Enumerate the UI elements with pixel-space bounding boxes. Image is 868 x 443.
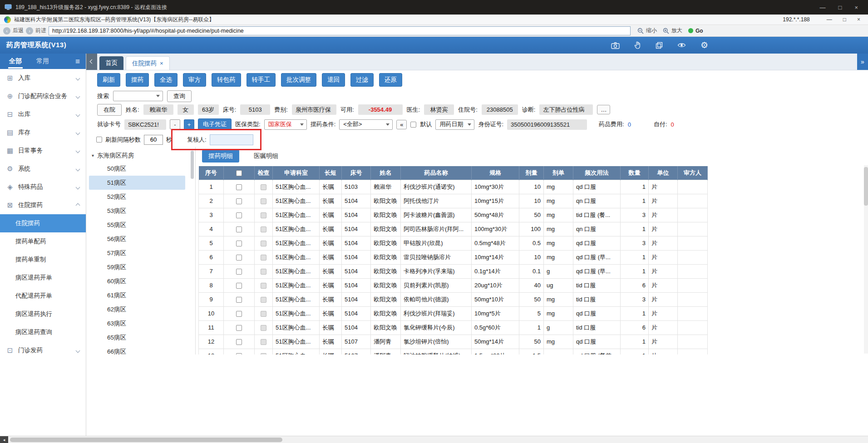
ward-item[interactable]: 65病区 — [89, 330, 185, 345]
row-checkbox[interactable] — [236, 353, 242, 354]
toolbar-button[interactable]: 过滤 — [350, 73, 374, 87]
page-tab[interactable]: 住院摆药 × — [126, 56, 170, 70]
sidebar-item[interactable]: ⚙ 系统 — [0, 160, 86, 178]
ward-item[interactable]: 66病区 — [89, 345, 185, 354]
select-all-checkbox[interactable] — [236, 170, 242, 176]
browser-close-button[interactable]: × — [857, 16, 860, 23]
row-checkbox[interactable] — [236, 255, 242, 261]
column-header[interactable]: 规格 — [472, 166, 519, 180]
tree-scrollbar[interactable] — [191, 151, 194, 350]
column-header[interactable]: 审方人 — [678, 166, 708, 180]
table-row[interactable]: 13 51区胸心血... 长嘱 5107 潘阿青 吲达帕胺缓释片(纳维) 1.5… — [199, 349, 708, 354]
column-header[interactable]: 序号 — [199, 166, 224, 180]
rdp-close-button[interactable]: × — [854, 4, 858, 11]
ward-tree-root[interactable]: ▾ 东海病区药房 — [86, 149, 195, 162]
column-header[interactable]: 姓名 — [371, 166, 401, 180]
ward-item[interactable]: 52病区 — [89, 190, 185, 204]
tree-scroll-thumb[interactable] — [191, 151, 194, 179]
toolbar-button[interactable]: 批次调整 — [281, 73, 316, 87]
row-checkbox[interactable] — [236, 339, 242, 345]
interval-input[interactable] — [144, 135, 163, 145]
page-tab[interactable]: 首页 — [99, 56, 123, 70]
column-header[interactable]: 剂单 — [544, 166, 573, 180]
minus-button[interactable]: - — [170, 119, 180, 129]
sidebar-tab[interactable]: 常用 — [35, 54, 50, 69]
sidebar-tab[interactable]: 全部 — [8, 54, 23, 69]
ward-item[interactable]: 51病区 — [89, 176, 185, 190]
horizontal-scrollbar[interactable]: ◂ — [0, 436, 868, 443]
insurance-type-select[interactable]: 国家医保 — [264, 119, 307, 130]
reviewer-input[interactable] — [210, 134, 253, 145]
toolbar-button[interactable]: 刷新 — [97, 73, 120, 87]
settings-gear-icon[interactable]: ⚙ — [700, 41, 708, 49]
date-type-select[interactable]: 用药日期 — [435, 119, 474, 130]
scroll-left-button[interactable]: ◂ — [0, 436, 8, 443]
table-row[interactable]: 6 51区胸心血... 长嘱 5104 欧阳文唤 雷贝拉唑钠肠溶片 10mg*1… — [199, 250, 708, 264]
detail-tab[interactable]: 医嘱明细 — [247, 150, 285, 162]
menu-icon[interactable]: ≡ — [75, 58, 80, 65]
table-row[interactable]: 8 51区胸心血... 长嘱 5104 欧阳文唤 贝前列素片(凯那) 20ug*… — [199, 278, 708, 292]
rdp-minimize-button[interactable]: — — [820, 4, 826, 11]
inpatient-status-button[interactable]: 在院 — [97, 104, 122, 116]
detail-tab[interactable]: 摆药明细 — [202, 150, 239, 162]
plus-button[interactable]: + — [184, 119, 194, 129]
row-checkbox[interactable] — [236, 297, 242, 303]
address-bar[interactable] — [49, 26, 631, 35]
back-label[interactable]: 后退 — [13, 27, 24, 34]
table-row[interactable]: 10 51区胸心血... 长嘱 5104 欧阳文唤 利伐沙班片(拜瑞妥) 10m… — [199, 306, 708, 320]
column-header[interactable]: 剂量 — [519, 166, 544, 180]
ward-item[interactable]: 62病区 — [89, 302, 185, 316]
grid-scroll-thumb[interactable] — [864, 167, 868, 206]
row-checkbox[interactable] — [236, 241, 242, 246]
table-row[interactable]: 12 51区胸心血... 长嘱 5107 潘阿青 氯沙坦钾片(倍怡) 50mg*… — [199, 335, 708, 349]
diagnosis-more-button[interactable]: … — [597, 105, 610, 114]
query-button[interactable]: 查询 — [167, 90, 192, 102]
table-row[interactable]: 1 51区胸心血... 长嘱 5103 赖淑华 利伐沙班片(通诺安) 10mg*… — [199, 180, 708, 194]
toolbar-button[interactable]: 摆药 — [126, 73, 149, 87]
zoom-out-icon[interactable] — [637, 28, 644, 34]
ward-item[interactable]: 56病区 — [89, 232, 185, 246]
ward-item[interactable]: 60病区 — [89, 274, 185, 288]
sidebar-subitem[interactable]: 住院摆药 — [0, 214, 86, 232]
toolbar-button[interactable]: 还原 — [379, 73, 402, 87]
row-checkbox[interactable] — [236, 311, 242, 317]
ward-item[interactable]: 53病区 — [89, 204, 185, 218]
browser-restore-button[interactable]: □ — [843, 16, 846, 23]
sidebar-item[interactable]: ⊟ 出库 — [0, 105, 86, 123]
column-header[interactable]: 单位 — [649, 166, 678, 180]
table-row[interactable]: 5 51区胸心血... 长嘱 5104 欧阳文唤 甲钴胺片(欣昆) 0.5mg*… — [199, 236, 708, 250]
table-row[interactable]: 4 51区胸心血... 长嘱 5104 欧阳文唤 阿司匹林肠溶片(拜阿... 1… — [199, 222, 708, 236]
sidebar-item[interactable]: ⊞ 入库 — [0, 69, 86, 87]
sidebar-item[interactable]: ◈ 特殊药品 — [0, 178, 86, 196]
sidebar-subitem[interactable]: 摆药单重制 — [0, 251, 86, 269]
ward-item[interactable]: 63病区 — [89, 316, 185, 330]
ward-item[interactable]: 50病区 — [89, 162, 185, 176]
go-button[interactable]: Go — [695, 28, 703, 34]
column-header[interactable]: 检查 — [255, 166, 273, 180]
column-header[interactable]: 频次用法 — [573, 166, 621, 180]
toolbar-button[interactable]: 转手工 — [247, 73, 276, 87]
row-checkbox[interactable] — [236, 269, 242, 275]
default-checkbox[interactable] — [410, 122, 416, 128]
sidebar-subitem[interactable]: 病区退药执行 — [0, 305, 86, 323]
forward-label[interactable]: 前进 — [35, 27, 46, 34]
row-checkbox[interactable] — [236, 283, 242, 289]
dispense-condition-select[interactable]: <全部> — [339, 119, 393, 130]
sidebar-subitem[interactable]: 代配退药开单 — [0, 287, 86, 305]
sidebar-item[interactable]: ⊠ 住院摆药 — [0, 196, 86, 214]
table-row[interactable]: 11 51区胸心血... 长嘱 5104 欧阳文唤 氯化钾缓释片(今辰) 0.5… — [199, 320, 708, 335]
table-row[interactable]: 3 51区胸心血... 长嘱 5104 欧阳文唤 阿卡波糖片(鑫善源) 50mg… — [199, 208, 708, 222]
ward-item[interactable]: 55病区 — [89, 218, 185, 232]
windows-icon[interactable] — [656, 42, 663, 49]
sidebar-subitem[interactable]: 摆药单配药 — [0, 232, 86, 251]
tab-close-icon[interactable]: × — [160, 60, 163, 66]
horizontal-scroll-thumb[interactable] — [10, 438, 282, 442]
zoom-in-icon[interactable] — [663, 28, 669, 34]
column-header[interactable]: 长短 — [320, 166, 342, 180]
ward-item[interactable]: 59病区 — [89, 260, 185, 274]
table-row[interactable]: 9 51区胸心血... 长嘱 5104 欧阳文唤 依帕司他片(德源) 50mg*… — [199, 292, 708, 306]
table-row[interactable]: 7 51区胸心血... 长嘱 5104 欧阳文唤 卡格列净片(孚来瑞) 0.1g… — [199, 264, 708, 278]
ward-item[interactable]: 57病区 — [89, 246, 185, 260]
column-header[interactable] — [224, 166, 255, 180]
row-checkbox[interactable] — [236, 212, 242, 218]
